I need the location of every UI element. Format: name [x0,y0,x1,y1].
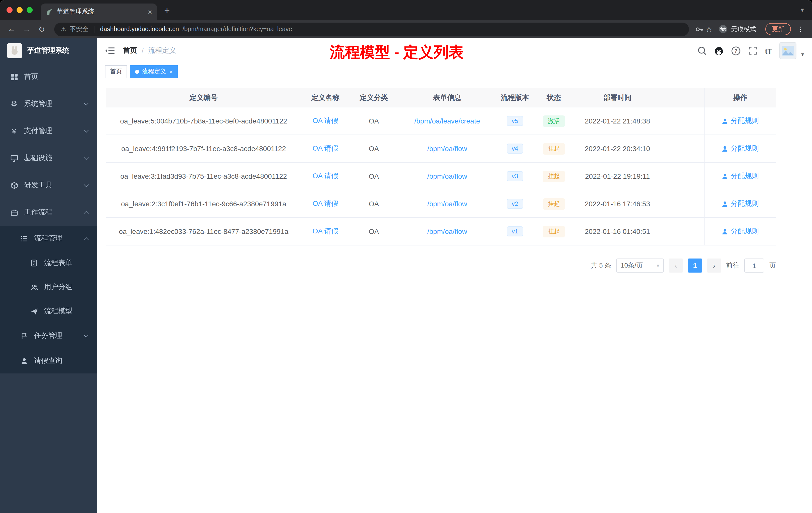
address-divider [94,26,95,33]
goto-unit: 页 [769,261,776,270]
sidebar-item-system[interactable]: ⚙ 系统管理 [0,90,97,117]
sidebar-item-devtools[interactable]: 研发工具 [0,172,97,199]
tab-close-icon[interactable]: × [148,8,152,16]
close-window-button[interactable] [6,7,12,13]
users-icon [30,283,38,291]
sidebar-item-label: 系统管理 [24,99,52,109]
help-icon[interactable]: ? [731,46,741,56]
sidebar-item-process-management[interactable]: 流程管理 [0,226,97,251]
back-icon[interactable]: ← [5,25,18,34]
sidebar-item-process-form[interactable]: 流程表单 [0,251,97,275]
favicon-leaf-icon [46,8,53,15]
url-host: dashboard.yudao.iocoder.cn [100,26,179,33]
table-row: oa_leave:2:3c1f0ef1-76b1-11ec-9c66-a2380… [106,190,776,218]
definition-name-link[interactable]: OA 请假 [301,163,349,190]
form-link[interactable]: /bpm/oa/flow [398,218,496,245]
zoom-window-button[interactable] [27,7,33,13]
status-cell: 挂起 [534,163,574,190]
font-size-icon[interactable]: tT [765,47,772,55]
app-title: 芋道管理系统 [27,46,69,55]
sidebar-item-infrastructure[interactable]: 基础设施 [0,145,97,172]
browser-tab[interactable]: 芋道管理系统 × [41,3,157,20]
form-link[interactable]: /bpm/oa/leave/create [398,108,496,134]
row-spacer [661,108,704,134]
definition-name-link[interactable]: OA 请假 [301,218,349,245]
sidebar-item-label: 基础设施 [24,154,52,163]
next-page-button[interactable]: › [707,259,721,273]
assign-rule-link[interactable]: 分配规则 [731,227,759,236]
chevron-up-icon [84,237,89,242]
tag-close-icon[interactable]: × [169,68,173,74]
table-row: oa_leave:1:482ec033-762a-11ec-8477-a2380… [106,218,776,245]
sidebar-item-leave-query[interactable]: 请假查询 [0,349,97,373]
tag-home[interactable]: 首页 [105,65,127,78]
assign-rule-link[interactable]: 分配规则 [731,117,759,125]
sidebar-item-payment[interactable]: ¥ 支付管理 [0,117,97,145]
chevron-down-icon [84,333,89,338]
sidebar-item-process-model[interactable]: 流程模型 [0,299,97,323]
form-link[interactable]: /bpm/oa/flow [398,135,496,162]
page-size-select[interactable]: 10条/页 ▾ [616,259,664,273]
col-header-spacer [661,88,704,107]
tag-process-definition[interactable]: 流程定义 × [130,65,178,78]
form-link[interactable]: /bpm/oa/flow [398,163,496,190]
sidebar-logo[interactable]: 芋道管理系统 [0,38,97,63]
cube-icon [10,181,18,189]
operation-cell: 分配规则 [704,190,776,217]
sidebar-toggle-icon[interactable] [105,46,115,55]
sidebar-item-task-management[interactable]: 任务管理 [0,323,97,349]
fullscreen-icon[interactable] [749,46,757,55]
version-badge: v2 [507,199,523,209]
browser-menu-icon[interactable]: ⋮ [797,25,804,33]
row-spacer [661,163,704,190]
update-chrome-button[interactable]: 更新 [765,23,791,35]
table-row: oa_leave:5:004b710b-7b8a-11ec-8ef0-acde4… [106,108,776,135]
sidebar-item-user-group[interactable]: 用户分组 [0,275,97,299]
address-bar[interactable]: ⚠ 不安全 dashboard.yudao.iocoder.cn/bpm/man… [54,22,689,36]
refresh-icon[interactable]: ↻ [35,24,48,34]
sidebar-item-label: 首页 [24,72,38,81]
assign-user-icon [722,145,728,152]
forward-icon[interactable]: → [20,25,33,34]
breadcrumb-home[interactable]: 首页 [123,46,137,55]
deploy-time: 2022-01-16 17:46:53 [574,190,661,217]
assign-rule-link[interactable]: 分配规则 [731,199,759,208]
definition-name-link[interactable]: OA 请假 [301,190,349,217]
github-icon[interactable] [714,46,724,56]
status-badge: 挂起 [543,143,565,154]
incognito-label: 无痕模式 [731,25,756,33]
page-size-value: 10条/页 [621,261,643,270]
sidebar-item-home[interactable]: 首页 [0,63,97,90]
avatar[interactable] [780,42,797,59]
paper-plane-icon [30,307,38,315]
deploy-time: 2022-01-22 21:48:38 [574,108,661,134]
page-number-button[interactable]: 1 [688,259,702,273]
assign-rule-link[interactable]: 分配规则 [731,172,759,181]
assign-user-icon [722,201,728,207]
warning-icon: ⚠ [61,26,66,33]
minimize-window-button[interactable] [17,7,23,13]
tab-search-chevron-icon[interactable]: ▾ [801,6,804,13]
definition-name-link[interactable]: OA 请假 [301,135,349,162]
search-icon[interactable] [698,46,707,55]
avatar-caret-icon[interactable]: ▾ [801,51,804,58]
col-header: 流程版本 [496,88,534,107]
passkey-icon[interactable] [695,25,703,33]
prev-page-button[interactable]: ‹ [669,259,683,273]
definition-category: OA [349,108,398,134]
browser-window: 芋道管理系统 × + ▾ ← → ↻ ⚠ 不安全 dashboard.yudao… [0,0,812,513]
goto-page-input[interactable] [744,259,764,273]
sidebar-item-label: 支付管理 [24,126,52,135]
incognito-icon [719,25,728,34]
definition-id: oa_leave:2:3c1f0ef1-76b1-11ec-9c66-a2380… [106,190,301,217]
sidebar-item-workflow[interactable]: 工作流程 [0,199,97,226]
active-dot [135,69,139,73]
col-header: 状态 [534,88,574,107]
bookmark-star-icon[interactable]: ☆ [705,24,713,34]
form-link[interactable]: /bpm/oa/flow [398,190,496,217]
pagination: 共 5 条 10条/页 ▾ ‹ 1 › 前往 页 [106,259,776,273]
assign-rule-link[interactable]: 分配规则 [731,144,759,153]
document-icon [30,260,38,267]
definition-name-link[interactable]: OA 请假 [301,108,349,134]
new-tab-button[interactable]: + [164,5,170,15]
